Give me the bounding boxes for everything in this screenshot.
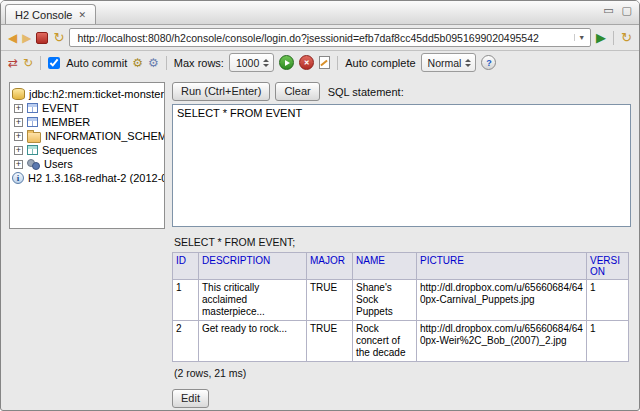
open-external-browser-icon[interactable]: ↻ — [621, 31, 632, 44]
max-rows-value: 1000 — [236, 57, 259, 69]
executed-query-text: SELECT * FROM EVENT; — [174, 236, 631, 248]
query-button-bar: Run (Ctrl+Enter) Clear SQL statement: — [172, 82, 631, 101]
forward-icon[interactable]: ▶ — [22, 32, 31, 44]
table-cell: http://dl.dropbox.com/u/65660684/640px-W… — [417, 321, 587, 362]
results-panel: SELECT * FROM EVENT; ID DESCRIPTION MAJO… — [172, 236, 631, 408]
expander-icon[interactable]: + — [14, 132, 23, 141]
view-window-buttons: ▭ ▢ — [603, 5, 632, 16]
tree-item-member[interactable]: + MEMBER — [12, 115, 162, 129]
tree-item-label: INFORMATION_SCHEMA — [45, 130, 165, 142]
tree-root-database[interactable]: jdbc:h2:mem:ticket-monster — [12, 87, 162, 101]
tab-h2-console[interactable]: H2 Console ✕ — [5, 4, 96, 24]
cancel-icon[interactable]: ✕ — [299, 55, 314, 70]
table-cell: 2 — [173, 321, 199, 362]
table-cell: TRUE — [307, 321, 353, 362]
expander-icon[interactable]: + — [14, 104, 23, 113]
edit-icon[interactable] — [319, 56, 330, 69]
stop-loading-icon[interactable] — [36, 32, 48, 44]
auto-complete-value: Normal — [428, 57, 462, 69]
table-cell: 1 — [587, 280, 629, 321]
table-cell: This critically acclaimed masterpiece... — [199, 280, 307, 321]
help-icon[interactable]: ? — [481, 55, 496, 70]
table-cell: Shane's Sock Puppets — [353, 280, 417, 321]
table-row: 2 Get ready to rock... TRUE Rock concert… — [173, 321, 629, 362]
commit-icon[interactable]: ⚙ — [132, 57, 143, 69]
column-header-name: NAME — [353, 253, 417, 280]
expander-icon[interactable]: + — [14, 146, 23, 155]
tree-item-event[interactable]: + EVENT — [12, 101, 162, 115]
url-bar: ▼ — [69, 28, 591, 47]
info-icon: i — [12, 172, 24, 184]
toolbar-separator — [40, 56, 41, 70]
minimize-icon[interactable]: ▭ — [603, 5, 613, 16]
tree-root-label: jdbc:h2:mem:ticket-monster — [29, 88, 164, 100]
toolbar-separator — [613, 31, 614, 45]
clear-button[interactable]: Clear — [275, 82, 319, 101]
column-header-id: ID — [173, 253, 199, 280]
auto-complete-select[interactable]: Normal — [421, 53, 477, 72]
users-icon — [27, 159, 40, 170]
tab-title: H2 Console — [15, 9, 72, 21]
expander-icon[interactable]: + — [14, 118, 23, 127]
tree-info-label: H2 1.3.168-redhat-2 (2012-07-13 — [28, 172, 165, 184]
view-tab-bar: H2 Console ✕ ▭ ▢ — [1, 1, 639, 25]
table-cell: TRUE — [307, 280, 353, 321]
rollback-icon[interactable]: ⚙ — [148, 57, 159, 69]
table-header-row: ID DESCRIPTION MAJOR NAME PICTURE VERSIO… — [173, 253, 629, 280]
max-rows-label: Max rows: — [174, 57, 224, 69]
maximize-icon[interactable]: ▢ — [622, 5, 632, 16]
results-table: ID DESCRIPTION MAJOR NAME PICTURE VERSIO… — [172, 252, 629, 362]
refresh-objects-icon[interactable]: ↻ — [23, 57, 33, 69]
query-panel: Run (Ctrl+Enter) Clear SQL statement: SE… — [172, 82, 631, 408]
expander-icon[interactable]: + — [14, 160, 23, 169]
refresh-page-icon[interactable]: ↻ — [53, 31, 64, 44]
tree-item-sequences[interactable]: + Sequences — [12, 143, 162, 157]
sql-statement-label: SQL statement: — [328, 86, 404, 98]
url-input[interactable] — [75, 31, 574, 45]
back-icon[interactable]: ◀ — [8, 32, 17, 44]
table-icon — [27, 103, 38, 113]
sql-input[interactable]: SELECT * FROM EVENT — [172, 104, 631, 227]
select-arrows-icon — [263, 59, 269, 67]
tree-item-label: EVENT — [42, 102, 79, 114]
tree-item-information-schema[interactable]: + INFORMATION_SCHEMA — [12, 129, 162, 143]
select-arrows-icon — [465, 59, 471, 67]
table-cell: Rock concert of the decade — [353, 321, 417, 362]
column-header-major: MAJOR — [307, 253, 353, 280]
table-cell: 1 — [173, 280, 199, 321]
tree-info-version: i H2 1.3.168-redhat-2 (2012-07-13 — [12, 171, 162, 185]
row-count-status: (2 rows, 21 ms) — [174, 367, 631, 379]
tree-item-label: MEMBER — [42, 116, 90, 128]
go-icon[interactable]: ▶ — [596, 31, 606, 44]
auto-complete-label: Auto complete — [345, 57, 415, 69]
column-header-description: DESCRIPTION — [199, 253, 307, 280]
h2-toolbar: ⇄ ↻ Auto commit ⚙ ⚙ Max rows: 1000 ✕ Aut… — [1, 51, 639, 74]
edit-button-row: Edit — [172, 388, 631, 408]
tree-item-users[interactable]: + Users — [12, 157, 162, 171]
toolbar-separator — [166, 56, 167, 70]
edit-button[interactable]: Edit — [172, 389, 209, 408]
auto-commit-checkbox[interactable] — [48, 57, 60, 69]
database-tree: jdbc:h2:mem:ticket-monster + EVENT + MEM… — [9, 82, 165, 229]
table-cell: http://dl.dropbox.com/u/65660684/640px-C… — [417, 280, 587, 321]
column-header-version: VERSION — [587, 253, 629, 280]
database-icon — [12, 88, 25, 100]
tree-item-label: Sequences — [42, 144, 97, 156]
url-history-dropdown-icon[interactable]: ▼ — [574, 34, 588, 41]
sequences-icon — [27, 145, 38, 155]
main-content: jdbc:h2:mem:ticket-monster + EVENT + MEM… — [1, 74, 639, 408]
run-button[interactable]: Run (Ctrl+Enter) — [172, 82, 270, 101]
tree-item-label: Users — [44, 158, 73, 170]
max-rows-select[interactable]: 1000 — [229, 53, 274, 72]
disconnect-icon[interactable]: ⇄ — [8, 57, 18, 69]
h2-console-window: H2 Console ✕ ▭ ▢ ◀ ▶ ↻ ▼ ▶ ↻ ⇄ ↻ Auto co… — [0, 0, 640, 411]
table-row: 1 This critically acclaimed masterpiece.… — [173, 280, 629, 321]
table-icon — [27, 117, 38, 127]
auto-commit-label: Auto commit — [66, 57, 127, 69]
run-icon[interactable] — [279, 55, 294, 70]
column-header-picture: PICTURE — [417, 253, 587, 280]
table-cell: Get ready to rock... — [199, 321, 307, 362]
folder-icon — [27, 132, 41, 143]
toolbar-separator — [337, 56, 338, 70]
close-icon[interactable]: ✕ — [78, 10, 86, 20]
